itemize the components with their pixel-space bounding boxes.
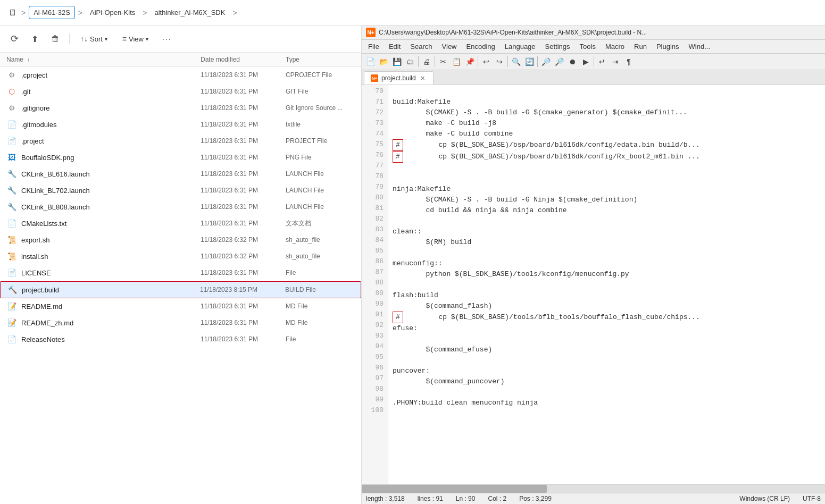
line-number: 94 (366, 341, 384, 352)
wrap-btn[interactable]: ↵ (596, 55, 609, 68)
file-name: .cproject (21, 71, 201, 79)
tab-label: project.build (381, 74, 416, 82)
macro-btn[interactable]: ⏺ (566, 55, 579, 68)
copy-btn[interactable]: 📋 (450, 55, 463, 68)
line-number: 96 (366, 363, 384, 373)
file-type: Git Ignore Source ... (286, 104, 355, 112)
menu-item-wind...[interactable]: Wind... (685, 41, 714, 52)
zoom-out-btn[interactable]: 🔎 (553, 55, 565, 68)
editor-statusbar: length : 3,518 lines : 91 Ln : 90 Col : … (362, 493, 825, 504)
tab-close-button[interactable]: ✕ (419, 74, 427, 82)
file-item[interactable]: 📄CMakeLists.txt11/18/2023 6:31 PM文本文档 (0, 215, 361, 232)
menu-item-edit[interactable]: Edit (385, 41, 405, 52)
file-item[interactable]: 📄.gitmodules11/18/2023 6:31 PMtxtfile (0, 116, 361, 133)
code-line: clean:: (393, 226, 821, 237)
file-name: CMakeLists.txt (21, 220, 201, 228)
indent-btn[interactable]: ⇥ (609, 55, 622, 68)
menu-item-view[interactable]: View (438, 41, 461, 52)
save-all-btn[interactable]: 🗂 (404, 55, 416, 68)
column-header-name: Name ↑ (6, 56, 201, 63)
file-name: install.sh (21, 253, 201, 261)
delete-button[interactable]: 🗑 (47, 31, 64, 47)
menu-item-run[interactable]: Run (630, 41, 651, 52)
status-length: length : 3,518 (366, 495, 405, 502)
file-date: 11/18/2023 6:31 PM (201, 269, 286, 276)
cut-btn[interactable]: ✂ (437, 55, 449, 68)
file-date: 11/18/2023 6:31 PM (201, 203, 286, 211)
line-number: 91 (366, 309, 384, 320)
file-item[interactable]: 📝README.md11/18/2023 6:31 PMMD File (0, 298, 361, 315)
file-type: MD File (286, 319, 355, 326)
file-name: .git (21, 88, 201, 96)
line-number: 98 (366, 384, 384, 394)
file-type: sh_auto_file (286, 236, 355, 243)
find-btn[interactable]: 🔍 (510, 55, 522, 68)
file-date: 11/18/2023 6:31 PM (201, 187, 286, 194)
file-item[interactable]: 📜export.sh11/18/2023 6:32 PMsh_auto_file (0, 232, 361, 248)
status-pos: Pos : 3,299 (519, 495, 552, 502)
menu-item-tools[interactable]: Tools (576, 41, 600, 52)
breadcrumb-item-sdk[interactable]: aithinker_Ai-M6X_SDK (150, 6, 229, 19)
file-type: GIT File (286, 88, 355, 95)
editor-tab-project-build[interactable]: N+ project.build ✕ (364, 71, 434, 85)
menu-item-encoding[interactable]: Encoding (462, 41, 499, 52)
file-item[interactable]: ⬡.git11/18/2023 6:31 PMGIT File (0, 83, 361, 100)
line-number: 74 (366, 129, 384, 139)
share-button[interactable]: ⬆ (27, 31, 43, 47)
file-name: export.sh (21, 236, 201, 244)
scrollbar-thumb[interactable] (362, 485, 547, 493)
file-item[interactable]: 🔧CKLink_BL808.launch11/18/2023 6:31 PMLA… (0, 199, 361, 215)
run-macro-btn[interactable]: ▶ (579, 55, 592, 68)
file-item[interactable]: 📜install.sh11/18/2023 6:32 PMsh_auto_fil… (0, 248, 361, 265)
file-icon: 📄 (6, 119, 17, 130)
file-item[interactable]: 📄ReleaseNotes11/18/2023 6:31 PMFile (0, 331, 361, 348)
file-item[interactable]: ⚙.gitignore11/18/2023 6:31 PMGit Ignore … (0, 100, 361, 116)
menu-item-plugins[interactable]: Plugins (652, 41, 684, 52)
menu-item-macro[interactable]: Macro (601, 41, 629, 52)
eol-btn[interactable]: ¶ (622, 55, 635, 68)
breadcrumb-item-ai-m61[interactable]: Ai-M61-32S (29, 6, 75, 19)
replace-btn[interactable]: 🔄 (523, 55, 536, 68)
menu-item-settings[interactable]: Settings (541, 41, 574, 52)
menu-item-file[interactable]: File (364, 41, 384, 52)
line-number: 76 (366, 150, 384, 161)
editor-menubar: FileEditSearchViewEncodingLanguageSettin… (362, 40, 825, 54)
refresh-button[interactable]: ⟳ (6, 30, 23, 48)
file-item[interactable]: 🖼BouffaloSDK.png11/18/2023 6:31 PMPNG Fi… (0, 149, 361, 166)
file-explorer: ⟳ ⬆ 🗑 ↑↓ Sort ▾ ≡ View ▾ ··· (0, 26, 362, 504)
save-file-btn[interactable]: 💾 (390, 55, 403, 68)
undo-btn[interactable]: ↩ (480, 55, 493, 68)
file-item[interactable]: 📝README_zh.md11/18/2023 6:31 PMMD File (0, 315, 361, 331)
file-item[interactable]: ⚙.cproject11/18/2023 6:31 PMCPROJECT Fil… (0, 67, 361, 83)
view-button[interactable]: ≡ View ▾ (117, 31, 154, 46)
file-item[interactable]: 🔨project.build11/18/2023 8:15 PMBUILD Fi… (0, 281, 361, 298)
paste-btn[interactable]: 📌 (463, 55, 476, 68)
file-icon: 🖼 (6, 152, 17, 163)
line-number: 95 (366, 352, 384, 363)
file-name: README_zh.md (21, 319, 201, 327)
breadcrumb-sep-0: > (21, 9, 26, 17)
tool-sep-1 (418, 56, 419, 67)
file-item[interactable]: 📄.project11/18/2023 6:31 PMPROJECT File (0, 133, 361, 149)
sort-dropdown-icon: ▾ (105, 36, 107, 42)
print-btn[interactable]: 🖨 (420, 55, 433, 68)
zoom-in-btn[interactable]: 🔎 (539, 55, 552, 68)
file-item[interactable]: 📄LICENSE11/18/2023 6:31 PMFile (0, 265, 361, 281)
file-type: sh_auto_file (286, 253, 355, 260)
file-item[interactable]: 🔧CKLink_BL616.launch11/18/2023 6:31 PMLA… (0, 166, 361, 182)
code-content[interactable]: build:Makefile $(CMAKE) -S . -B build -G… (388, 85, 825, 484)
redo-btn[interactable]: ↪ (493, 55, 506, 68)
menu-item-language[interactable]: Language (501, 41, 540, 52)
open-file-btn[interactable]: 📂 (377, 55, 390, 68)
breadcrumb-item-aipi[interactable]: AiPi-Open-Kits (86, 6, 139, 19)
editor-horizontal-scrollbar[interactable] (362, 484, 825, 493)
code-line (393, 408, 821, 419)
more-button[interactable]: ··· (158, 31, 176, 46)
file-item[interactable]: 🔧CKLink_BL702.launch11/18/2023 6:31 PMLA… (0, 182, 361, 199)
menu-item-search[interactable]: Search (406, 41, 436, 52)
new-file-btn[interactable]: 📄 (364, 55, 377, 68)
file-type: MD File (286, 303, 355, 310)
file-name: .gitignore (21, 104, 201, 112)
code-line: ninja:Makefile (393, 184, 821, 195)
sort-button[interactable]: ↑↓ Sort ▾ (75, 31, 113, 46)
